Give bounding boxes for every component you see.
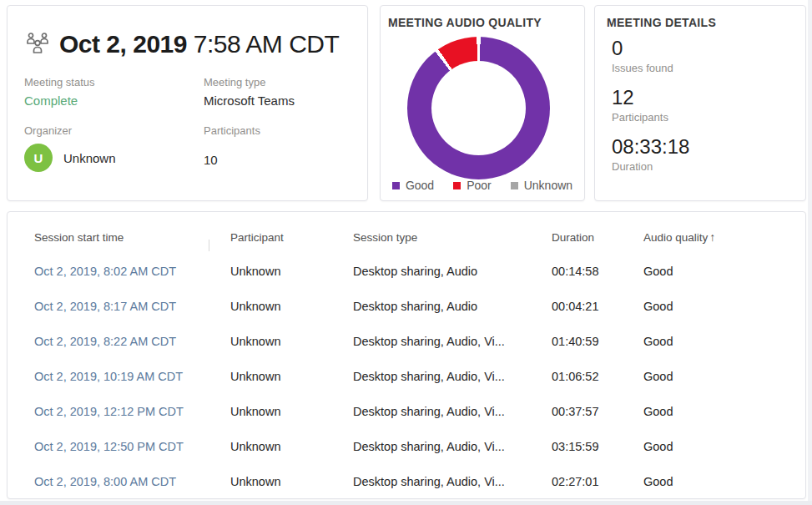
meeting-fields: Meeting status Complete Meeting type Mic… bbox=[24, 76, 367, 172]
session-type-cell: Desktop sharing, Audio bbox=[353, 265, 552, 278]
issues-found-label: Issues found bbox=[612, 62, 689, 74]
audio-quality-cell: Good bbox=[643, 335, 805, 348]
meeting-status-value: Complete bbox=[24, 93, 204, 108]
column-header-participant[interactable]: Participant bbox=[230, 231, 353, 244]
table-row: Oct 2, 2019, 10:19 AM CDTUnknownDesktop … bbox=[8, 359, 805, 394]
legend-item-good[interactable]: Good bbox=[392, 179, 434, 192]
audio-quality-cell: Good bbox=[643, 300, 805, 313]
participants-value: 10 bbox=[204, 153, 367, 167]
participant-cell: Unknown bbox=[230, 300, 353, 313]
horizontal-scrollbar[interactable] bbox=[0, 501, 812, 505]
chart-legend: GoodPoorUnknown bbox=[381, 179, 584, 192]
session-start-time-link[interactable]: Oct 2, 2019, 8:00 AM CDT bbox=[34, 475, 230, 488]
meeting-participants-icon bbox=[24, 29, 51, 59]
meeting-details-stats: 0 Issues found 12 Participants 08:33:18 … bbox=[612, 36, 689, 184]
session-type-cell: Desktop sharing, Audio, Vi... bbox=[353, 370, 552, 383]
legend-swatch bbox=[511, 182, 518, 189]
column-header-session-type[interactable]: Session type bbox=[353, 231, 552, 244]
legend-label: Unknown bbox=[524, 179, 572, 192]
duration-cell: 03:15:59 bbox=[552, 440, 643, 453]
sort-ascending-icon: ↑ bbox=[709, 230, 715, 244]
table-row: Oct 2, 2019, 12:50 PM CDTUnknownDesktop … bbox=[8, 429, 805, 464]
session-type-cell: Desktop sharing, Audio, Vi... bbox=[353, 475, 552, 488]
legend-label: Good bbox=[406, 179, 434, 192]
duration-label: Duration bbox=[612, 160, 689, 173]
donut-hole bbox=[431, 61, 526, 155]
field-meeting-type: Meeting type Microsoft Teams bbox=[204, 76, 367, 108]
session-start-time-link[interactable]: Oct 2, 2019, 8:17 AM CDT bbox=[34, 300, 230, 313]
participants-label: Participants bbox=[204, 124, 367, 137]
table-row: Oct 2, 2019, 8:00 AM CDTUnknownDesktop s… bbox=[8, 464, 805, 499]
legend-label: Poor bbox=[467, 179, 492, 192]
legend-item-poor[interactable]: Poor bbox=[453, 179, 492, 192]
audio-quality-cell: Good bbox=[643, 475, 805, 488]
session-type-cell: Desktop sharing, Audio, Vi... bbox=[353, 405, 552, 418]
issues-found-value: 0 bbox=[612, 36, 689, 61]
meeting-summary-card: Oct 2, 2019 7:58 AM CDT Meeting status C… bbox=[7, 5, 368, 201]
audio-quality-cell: Good bbox=[643, 370, 805, 383]
column-header-duration[interactable]: Duration bbox=[552, 231, 643, 244]
table-row: Oct 2, 2019, 8:22 AM CDTUnknownDesktop s… bbox=[8, 324, 805, 359]
meeting-title: Oct 2, 2019 7:58 AM CDT bbox=[59, 30, 339, 58]
session-start-time-link[interactable]: Oct 2, 2019, 8:02 AM CDT bbox=[34, 265, 230, 278]
column-header-audio-quality[interactable]: Audio quality ↑ bbox=[643, 230, 805, 244]
organizer-row: U Unknown bbox=[24, 144, 204, 172]
participant-cell: Unknown bbox=[230, 335, 353, 348]
session-start-time-link[interactable]: Oct 2, 2019, 8:22 AM CDT bbox=[34, 335, 230, 348]
organizer-label: Organizer bbox=[24, 124, 204, 137]
sessions-table-card: Session start time Participant Session t… bbox=[7, 211, 806, 499]
meeting-details-card: MEETING DETAILS 0 Issues found 12 Partic… bbox=[594, 5, 806, 201]
column-header-session-start-time[interactable]: Session start time bbox=[34, 231, 230, 244]
session-start-time-link[interactable]: Oct 2, 2019, 10:19 AM CDT bbox=[34, 370, 230, 383]
stat-participants: 12 Participants bbox=[612, 85, 689, 124]
meeting-date: Oct 2, 2019 bbox=[59, 30, 187, 58]
field-participants: Participants 10 bbox=[204, 124, 367, 172]
organizer-name: Unknown bbox=[63, 151, 116, 165]
duration-cell: 00:14:58 bbox=[552, 265, 643, 278]
participant-cell: Unknown bbox=[230, 370, 353, 383]
participants-count-label: Participants bbox=[612, 111, 689, 124]
meeting-status-label: Meeting status bbox=[24, 76, 204, 88]
column-divider-tick bbox=[209, 240, 209, 251]
table-row: Oct 2, 2019, 8:02 AM CDTUnknownDesktop s… bbox=[8, 254, 805, 289]
stat-duration: 08:33:18 Duration bbox=[612, 134, 689, 173]
duration-value: 08:33:18 bbox=[612, 134, 689, 159]
legend-swatch bbox=[392, 182, 400, 189]
field-organizer: Organizer U Unknown bbox=[24, 124, 204, 172]
audio-quality-card-title: MEETING AUDIO QUALITY bbox=[388, 16, 542, 29]
table-row: Oct 2, 2019, 8:17 AM CDTUnknownDesktop s… bbox=[8, 289, 805, 324]
duration-cell: 01:40:59 bbox=[552, 335, 643, 348]
participants-count-value: 12 bbox=[612, 85, 689, 110]
session-type-cell: Desktop sharing, Audio, Vi... bbox=[353, 335, 552, 348]
session-table-header: Session start time Participant Session t… bbox=[8, 212, 805, 249]
duration-cell: 01:06:52 bbox=[552, 370, 643, 383]
legend-swatch bbox=[453, 182, 461, 189]
meeting-type-label: Meeting type bbox=[204, 76, 367, 88]
participant-cell: Unknown bbox=[230, 440, 353, 453]
stat-issues-found: 0 Issues found bbox=[612, 36, 689, 74]
meeting-time: 7:58 AM CDT bbox=[187, 30, 339, 58]
legend-item-unknown[interactable]: Unknown bbox=[511, 179, 572, 192]
audio-quality-cell: Good bbox=[643, 440, 805, 453]
audio-quality-cell: Good bbox=[643, 405, 805, 418]
audio-quality-donut-chart bbox=[407, 37, 550, 179]
session-start-time-link[interactable]: Oct 2, 2019, 12:12 PM CDT bbox=[34, 405, 230, 418]
organizer-avatar: U bbox=[24, 144, 53, 172]
session-table-body: Oct 2, 2019, 8:02 AM CDTUnknownDesktop s… bbox=[8, 254, 805, 499]
duration-cell: 00:04:21 bbox=[552, 300, 643, 313]
participant-cell: Unknown bbox=[230, 405, 353, 418]
session-start-time-link[interactable]: Oct 2, 2019, 12:50 PM CDT bbox=[34, 440, 230, 453]
duration-cell: 00:37:57 bbox=[552, 405, 643, 418]
duration-cell: 02:27:01 bbox=[552, 475, 643, 488]
meeting-title-row: Oct 2, 2019 7:58 AM CDT bbox=[24, 29, 367, 59]
participant-cell: Unknown bbox=[230, 475, 353, 488]
session-type-cell: Desktop sharing, Audio, Vi... bbox=[353, 440, 552, 453]
audio-quality-header-label: Audio quality bbox=[643, 231, 708, 244]
session-type-cell: Desktop sharing, Audio bbox=[353, 300, 552, 313]
field-meeting-status: Meeting status Complete bbox=[24, 76, 204, 108]
table-row: Oct 2, 2019, 12:12 PM CDTUnknownDesktop … bbox=[8, 394, 805, 429]
audio-quality-cell: Good bbox=[643, 265, 805, 278]
audio-quality-card: MEETING AUDIO QUALITY GoodPoorUnknown bbox=[380, 5, 585, 201]
meeting-type-value: Microsoft Teams bbox=[204, 93, 367, 108]
vertical-scrollbar[interactable] bbox=[808, 0, 812, 505]
